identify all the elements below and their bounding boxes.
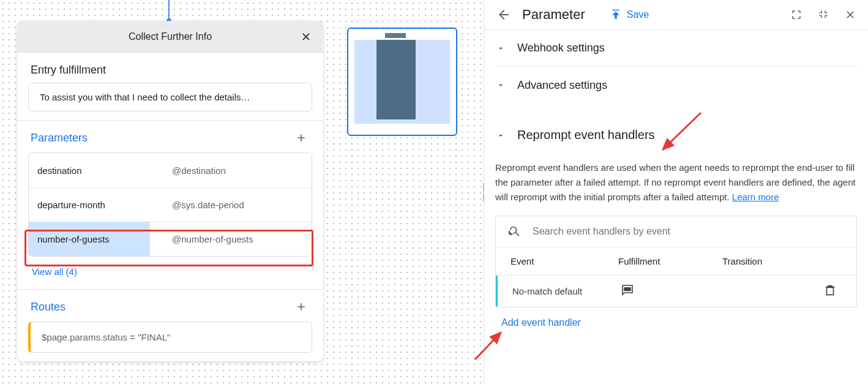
view-all-parameters[interactable]: View all (4) [28,260,312,285]
save-icon [610,9,622,21]
fulfillment-cell [620,283,724,299]
advanced-settings-row[interactable]: Advanced settings [495,67,857,104]
chevron-down-icon [495,80,506,91]
advanced-settings-label: Advanced settings [517,79,607,92]
panel-body: Webhook settings Advanced settings Repro… [484,30,868,338]
parameter-panel: Parameter Save [484,0,868,384]
resize-handle[interactable] [483,183,484,201]
learn-more-link[interactable]: Learn more [732,192,779,202]
flow-connector [168,0,170,21]
entry-fulfillment-text[interactable]: To assist you with that I need to collec… [28,83,312,111]
minimap-viewport [354,40,450,124]
plus-icon [295,132,307,144]
save-label: Save [627,9,649,20]
add-route-button[interactable] [293,298,310,315]
entry-fulfillment-title: Entry fulfillment [31,64,310,77]
parameter-list: destination @destination departure-month… [28,152,312,257]
close-icon [844,9,856,21]
minimap-node [376,40,416,119]
minimap-node [385,33,406,38]
reprompt-header[interactable]: Reprompt event handlers [495,128,857,142]
reprompt-section: Reprompt event handlers Reprompt event h… [495,128,857,338]
webhook-settings-row[interactable]: Webhook settings [495,30,857,67]
parameters-title[interactable]: Parameters [31,132,88,145]
page-card: Collect Further Info Entry fulfillment T… [17,21,323,361]
fullscreen-icon [791,9,802,20]
close-icon [300,31,312,43]
param-name: number-of-guests [37,234,172,244]
delete-handler-button[interactable] [823,284,842,299]
search-icon [508,225,522,238]
event-handler-table: Event Fulfillment Transition No-match de… [495,216,857,307]
save-button[interactable]: Save [610,9,649,21]
table-header: Event Fulfillment Transition [496,247,856,276]
chevron-down-icon [495,43,506,54]
search-event-handlers-input[interactable] [533,226,844,237]
entry-fulfillment-section: Entry fulfillment To assist you with tha… [17,53,323,120]
add-event-handler-button[interactable]: Add event handler [495,307,857,338]
param-type: @number-of-guests [172,234,253,244]
reprompt-description: Reprompt event handlers are used when th… [495,160,857,205]
collapse-button[interactable] [817,8,830,21]
close-page-button[interactable] [297,28,315,45]
panel-header: Parameter Save [484,0,868,30]
mini-map[interactable] [347,28,457,136]
param-type: @destination [172,165,226,176]
trash-icon [823,284,837,297]
search-row [496,216,856,247]
routes-section: Routes $page.params.status = "FINAL" [17,289,323,361]
param-name: departure-month [37,200,172,210]
col-transition: Transition [722,256,823,266]
panel-header-actions [790,8,857,21]
canvas-pane[interactable]: Collect Further Info Entry fulfillment T… [0,0,484,384]
event-handler-row[interactable]: No-match default [495,276,856,307]
col-event: Event [511,256,618,266]
page-card-header: Collect Further Info [17,21,323,53]
close-panel-button[interactable] [844,8,857,21]
event-name: No-match default [512,286,620,296]
panel-title: Parameter [522,7,585,23]
param-name: destination [37,165,172,176]
speech-bubble-icon [620,283,635,298]
webhook-settings-label: Webhook settings [517,42,605,55]
parameter-row[interactable]: destination @destination [29,153,312,187]
parameter-row-selected[interactable]: number-of-guests @number-of-guests [29,222,312,256]
page-title: Collect Further Info [129,31,212,42]
plus-icon [295,301,307,313]
chevron-up-icon [495,130,506,141]
routes-title[interactable]: Routes [31,301,65,314]
fullscreen-exit-icon [818,9,829,20]
parameter-row[interactable]: departure-month @sys.date-period [29,187,312,222]
param-type: @sys.date-period [172,200,244,210]
route-item[interactable]: $page.params.status = "FINAL" [28,322,312,353]
add-parameter-button[interactable] [293,129,310,146]
arrow-back-icon [496,7,511,22]
col-fulfillment: Fulfillment [618,256,722,266]
expand-button[interactable] [790,8,803,21]
back-button[interactable] [495,6,512,23]
reprompt-title: Reprompt event handlers [517,128,655,142]
parameters-section: Parameters destination @destination depa… [17,120,323,289]
